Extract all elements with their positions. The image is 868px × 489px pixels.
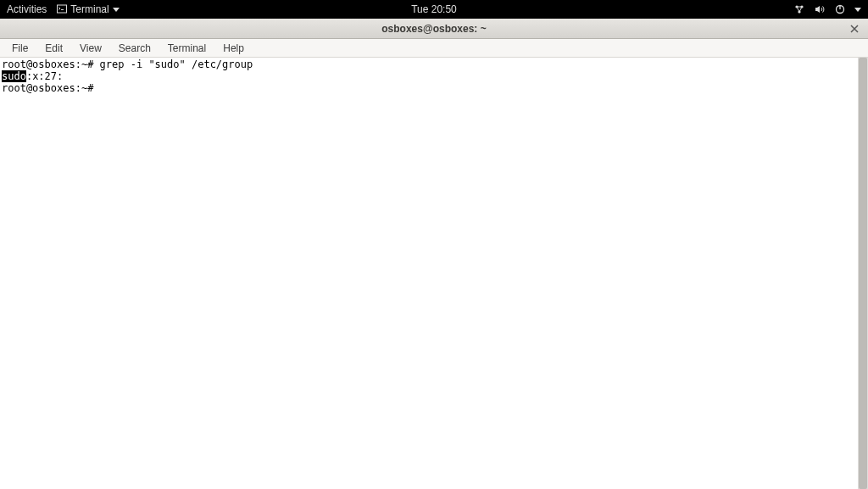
- scrollbar[interactable]: [858, 58, 868, 489]
- terminal-container: root@osboxes:~# grep -i "sudo" /etc/grou…: [0, 58, 868, 489]
- window-title: osboxes@osboxes: ~: [381, 23, 486, 35]
- menu-edit[interactable]: Edit: [38, 41, 70, 56]
- app-menu-button[interactable]: Terminal: [57, 3, 119, 15]
- network-icon[interactable]: [793, 3, 805, 15]
- terminal-app-icon: [57, 4, 67, 14]
- grep-match-highlight: sudo: [2, 70, 26, 82]
- power-icon[interactable]: [834, 3, 846, 15]
- volume-icon[interactable]: [814, 3, 826, 15]
- clock[interactable]: Tue 20:50: [411, 3, 457, 15]
- prompt: root@osboxes:~#: [2, 58, 100, 70]
- app-menu-label: Terminal: [70, 3, 108, 15]
- menu-search[interactable]: Search: [112, 41, 158, 56]
- gnome-top-bar: Activities Terminal Tue 20:50: [0, 0, 868, 19]
- scrollbar-thumb[interactable]: [859, 58, 867, 489]
- activities-button[interactable]: Activities: [7, 3, 47, 15]
- prompt: root@osboxes:~#: [2, 82, 100, 94]
- menu-terminal[interactable]: Terminal: [161, 41, 213, 56]
- system-menu-chevron-icon[interactable]: [854, 8, 861, 12]
- menu-view[interactable]: View: [73, 41, 108, 56]
- terminal[interactable]: root@osboxes:~# grep -i "sudo" /etc/grou…: [0, 58, 858, 489]
- chevron-down-icon: [113, 8, 120, 12]
- window-titlebar: osboxes@osboxes: ~: [0, 19, 868, 39]
- top-bar-right: [793, 3, 861, 15]
- close-button[interactable]: [848, 22, 861, 36]
- top-bar-left: Activities Terminal: [7, 3, 120, 15]
- menubar: File Edit View Search Terminal Help: [0, 39, 868, 58]
- output-text: :x:27:: [26, 70, 63, 82]
- menu-file[interactable]: File: [5, 41, 35, 56]
- menu-help[interactable]: Help: [216, 41, 251, 56]
- svg-rect-0: [58, 5, 67, 13]
- command-text: grep -i "sudo" /etc/group: [100, 58, 253, 70]
